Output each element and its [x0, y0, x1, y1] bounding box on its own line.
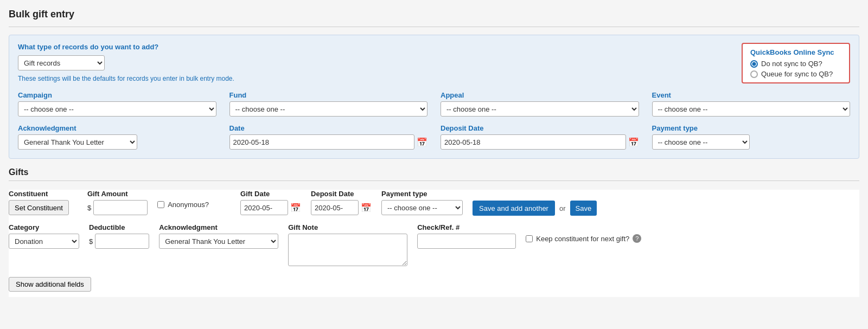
category-label: Category: [9, 223, 79, 231]
deductible-input[interactable]: [95, 234, 149, 249]
keep-constituent-label: Keep constituent for next gift?: [536, 235, 629, 243]
gift-amount-currency: $: [87, 204, 91, 212]
campaign-select[interactable]: -- choose one --: [18, 101, 216, 117]
record-type-select[interactable]: Gift records Pledge records Recurring gi…: [18, 55, 105, 70]
keep-constituent-wrapper: Keep constituent for next gift? ?: [526, 234, 641, 243]
gift-payment-type-group: Payment type -- choose one --: [381, 190, 463, 215]
event-select[interactable]: -- choose one --: [652, 101, 851, 117]
campaign-field-group: Campaign -- choose one --: [18, 91, 216, 117]
date-calendar-icon[interactable]: 📅: [417, 137, 427, 147]
payment-type-label: Payment type: [652, 124, 851, 132]
gift-amount-group: Gift Amount $: [87, 190, 148, 215]
gift-note-textarea[interactable]: [288, 234, 407, 266]
fund-select[interactable]: -- choose one --: [229, 101, 428, 117]
deductible-group: Deductible $: [89, 223, 149, 249]
deductible-label: Deductible: [89, 223, 149, 231]
anonymous-label: Anonymous?: [168, 201, 209, 209]
check-ref-label: Check/Ref. #: [417, 223, 516, 231]
gift-date-group: Gift Date 📅: [240, 190, 301, 215]
section-divider: [9, 180, 859, 181]
check-ref-input[interactable]: [417, 234, 516, 249]
page-title: Bulk gift entry: [9, 9, 859, 20]
gift-payment-type-select[interactable]: -- choose one --: [381, 200, 463, 215]
help-icon[interactable]: ?: [633, 234, 641, 243]
campaign-label: Campaign: [18, 91, 216, 99]
gifts-section-title: Gifts: [9, 167, 859, 177]
top-divider: [9, 27, 859, 27]
deductible-currency: $: [89, 237, 93, 246]
save-button[interactable]: Save: [570, 201, 597, 216]
acknowledgment-label: Acknowledgment: [18, 124, 216, 132]
show-additional-fields-button[interactable]: Show additional fields: [9, 277, 91, 292]
deposit-date-field-group: Deposit Date 📅: [441, 124, 639, 150]
gift-date-input[interactable]: [240, 200, 288, 215]
gift-note-group: Gift Note: [288, 223, 407, 266]
payment-type-select[interactable]: -- choose one --: [652, 134, 750, 150]
gift-deposit-date-input[interactable]: [311, 200, 359, 215]
set-constituent-button[interactable]: Set Constituent: [9, 200, 69, 215]
appeal-label: Appeal: [441, 91, 639, 99]
constituent-group: Constituent Set Constituent: [9, 190, 69, 215]
date-label: Date: [229, 124, 428, 132]
event-field-group: Event -- choose one --: [652, 91, 851, 117]
qb-sync-box: QuickBooks Online Sync Do not sync to QB…: [742, 43, 850, 83]
gifts-area: Constituent Set Constituent Gift Amount …: [9, 190, 859, 297]
deposit-date-input[interactable]: [441, 134, 626, 150]
gift-deposit-date-label: Deposit Date: [311, 190, 372, 198]
deposit-date-label: Deposit Date: [441, 124, 639, 132]
gift-payment-type-label: Payment type: [381, 190, 463, 198]
settings-panel: What type of records do you want to add?…: [9, 35, 859, 159]
date-field-group: Date 📅: [229, 124, 428, 150]
keep-constituent-checkbox[interactable]: [526, 235, 533, 242]
appeal-field-group: Appeal -- choose one --: [441, 91, 639, 117]
settings-question: What type of records do you want to add?: [18, 43, 742, 51]
qb-sync-title: QuickBooks Online Sync: [750, 48, 841, 56]
gift-acknowledgment-select[interactable]: General Thank You Letter: [159, 234, 278, 249]
category-group: Category Donation In-Kind Stock: [9, 223, 79, 249]
gift-amount-input[interactable]: [93, 200, 148, 215]
settings-note: These settings will be the defaults for …: [18, 75, 742, 82]
or-text: or: [559, 204, 566, 212]
gift-amount-label: Gift Amount: [87, 190, 148, 198]
anonymous-checkbox[interactable]: [157, 201, 164, 208]
payment-type-field-group: Payment type -- choose one --: [652, 124, 851, 150]
qb-sync-label-1: Do not sync to QB?: [761, 60, 822, 68]
qb-sync-option-1[interactable]: Do not sync to QB?: [750, 60, 841, 68]
acknowledgment-select[interactable]: General Thank You Letter: [18, 134, 137, 150]
check-ref-group: Check/Ref. #: [417, 223, 516, 249]
radio-empty-icon: [750, 70, 758, 78]
anonymous-wrapper: Anonymous?: [157, 201, 209, 209]
fund-field-group: Fund -- choose one --: [229, 91, 428, 117]
qb-sync-label-2: Queue for sync to QB?: [761, 70, 833, 78]
category-select[interactable]: Donation In-Kind Stock: [9, 234, 79, 249]
gift-acknowledgment-label: Acknowledgment: [159, 223, 278, 231]
gift-date-calendar-icon[interactable]: 📅: [290, 203, 301, 213]
gift-acknowledgment-group: Acknowledgment General Thank You Letter: [159, 223, 278, 249]
radio-filled-icon: [750, 60, 758, 68]
acknowledgment-field-group: Acknowledgment General Thank You Letter: [18, 124, 216, 150]
constituent-label: Constituent: [9, 190, 69, 198]
qb-sync-option-2[interactable]: Queue for sync to QB?: [750, 70, 841, 78]
fund-label: Fund: [229, 91, 428, 99]
appeal-select[interactable]: -- choose one --: [441, 101, 639, 117]
gift-note-label: Gift Note: [288, 223, 407, 231]
gift-deposit-date-calendar-icon[interactable]: 📅: [361, 203, 372, 213]
save-area: Save and add another or Save: [473, 201, 597, 216]
deposit-date-calendar-icon[interactable]: 📅: [628, 137, 639, 147]
gift-deposit-date-group: Deposit Date 📅: [311, 190, 372, 215]
save-and-add-button[interactable]: Save and add another: [473, 201, 555, 216]
date-input[interactable]: [229, 134, 415, 150]
gift-date-label: Gift Date: [240, 190, 301, 198]
event-label: Event: [652, 91, 851, 99]
